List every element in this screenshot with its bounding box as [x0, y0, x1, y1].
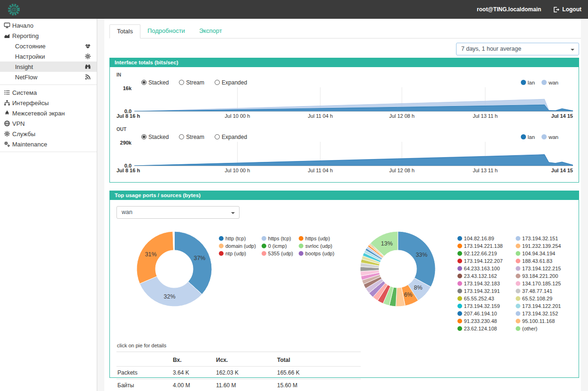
legend-dot	[521, 134, 526, 139]
legend-item[interactable]: 93.184.221.200	[516, 273, 571, 279]
legend-item[interactable]: svrloc (udp)	[299, 243, 334, 249]
legend-item[interactable]: 65.55.252.43	[457, 296, 510, 301]
legend-item[interactable]: 0 (icmp)	[262, 243, 293, 249]
legend-item[interactable]: 173.194.32.152	[516, 311, 571, 316]
legend-item[interactable]: 104.94.34.194	[516, 251, 571, 256]
radio-stacked[interactable]: Stacked	[141, 79, 169, 86]
tab-details[interactable]: Подробности	[140, 24, 192, 38]
sidebar-item-settings[interactable]: Настройки	[0, 51, 97, 61]
pie-slice-104.82.16.89[interactable]	[398, 231, 435, 287]
legend-item[interactable]: 173.194.122.201	[516, 303, 571, 309]
gear-icon	[3, 130, 10, 137]
sidebar-item-health[interactable]: Состояние	[0, 41, 97, 51]
x-axis: Jul 8 16 hJul 10 00 hJul 11 04 hJul 12 0…	[134, 168, 573, 175]
interface-select[interactable]: wan	[116, 206, 240, 219]
ports-pie-chart[interactable]: 37%32%31%	[134, 229, 214, 311]
gears-icon	[3, 141, 10, 147]
legend-dot	[219, 236, 224, 241]
legend-item[interactable]: 173.194.221.138	[457, 243, 510, 249]
legend-item[interactable]: 134.170.185.125	[516, 281, 571, 286]
sidebar-item-reporting[interactable]: Reporting	[0, 31, 97, 41]
period-select[interactable]: 7 days, 1 hour average	[456, 43, 579, 55]
series-legend: lanwan	[521, 134, 558, 140]
legend-item[interactable]: ntp (udp)	[219, 251, 256, 256]
legend-item[interactable]: (other)	[516, 326, 571, 331]
sidebar-item-insight[interactable]: Insight	[0, 61, 97, 72]
legend-item[interactable]: 5355 (udp)	[262, 251, 293, 256]
svg-text:@: @	[11, 6, 16, 13]
sidebar-item-netflow[interactable]: NetFlow	[0, 72, 97, 82]
table-cell: 162.03 K	[215, 367, 276, 379]
pie-hint-text: click on pie for details	[117, 343, 573, 348]
sidebar-item-maintenance[interactable]: Maintenance	[0, 139, 97, 149]
opnsense-logo-icon[interactable]: @	[8, 3, 20, 16]
table-header	[116, 354, 172, 367]
sidebar-divider	[0, 152, 97, 152]
x-tick-label: Jul 10 00 h	[225, 168, 250, 173]
table-cell: Packets	[116, 367, 172, 379]
sources-pie-chart[interactable]: 33%8%6%13%	[358, 229, 438, 311]
sidebar-item-interfaces[interactable]: Интерфейсы	[0, 98, 97, 108]
sidebar-item-vpn[interactable]: VPN	[0, 118, 97, 129]
radio-expanded[interactable]: Expanded	[215, 134, 247, 140]
legend-item[interactable]: 65.52.108.29	[516, 296, 571, 301]
legend-dot	[516, 304, 520, 308]
legend-item[interactable]: 23.62.124.108	[457, 326, 510, 331]
area-chart-plot[interactable]	[134, 87, 573, 112]
sidebar-item-system[interactable]: Система	[0, 87, 97, 98]
legend-item[interactable]: 104.82.16.89	[457, 236, 510, 241]
sidebar-item-home[interactable]: Начало	[0, 20, 97, 31]
sidebar-divider	[0, 84, 97, 85]
legend-item-wan[interactable]: wan	[542, 134, 558, 140]
gear-icon	[85, 53, 91, 60]
tab-totals[interactable]: Totals	[109, 24, 140, 38]
area-chart-plot[interactable]	[134, 142, 573, 166]
legend-item[interactable]: 173.194.32.183	[457, 281, 510, 286]
legend-dot	[542, 134, 547, 139]
legend-item[interactable]: 92.122.66.219	[457, 251, 510, 256]
radio-expanded[interactable]: Expanded	[215, 79, 247, 86]
y-axis: 16k0.0	[116, 87, 134, 112]
radio-stacked[interactable]: Stacked	[141, 134, 169, 140]
legend-dot	[516, 236, 520, 241]
legend-dot	[219, 244, 224, 248]
legend-item[interactable]: 191.232.139.254	[516, 243, 571, 249]
legend-item[interactable]: https (udp)	[299, 236, 334, 241]
legend-item[interactable]: 95.100.11.168	[516, 318, 571, 324]
radio-stream[interactable]: Stream	[179, 79, 204, 86]
legend-item[interactable]: 23.43.132.162	[457, 273, 510, 279]
pie-slice-http (tcp)[interactable]	[174, 231, 212, 294]
series-legend: lanwan	[521, 80, 558, 85]
legend-item-wan[interactable]: wan	[542, 80, 558, 85]
legend-item[interactable]: domain (udp)	[219, 243, 256, 249]
radio-stream[interactable]: Stream	[179, 134, 204, 140]
table-cell: 11.60 M	[215, 379, 276, 391]
legend-item[interactable]: https (tcp)	[262, 236, 293, 241]
table-header: Вх.	[172, 354, 215, 367]
radio-selected-icon	[141, 134, 147, 139]
pie-slice-percentage: 32%	[164, 293, 176, 300]
logout-button[interactable]: Logout	[553, 6, 581, 13]
legend-item[interactable]: 173.194.32.151	[516, 236, 571, 241]
sidebar-item-firewall[interactable]: Межсетевой экран	[0, 108, 97, 118]
pie-slice-percentage: 8%	[414, 284, 422, 291]
legend-item[interactable]: 91.233.230.48	[457, 318, 510, 324]
legend-item[interactable]: 173.194.122.207	[457, 258, 510, 264]
legend-item[interactable]: 173.194.122.215	[516, 266, 571, 271]
legend-item[interactable]: 207.46.194.10	[457, 311, 510, 316]
legend-item-lan[interactable]: lan	[521, 80, 535, 85]
legend-dot	[262, 251, 266, 256]
x-tick-label: Jul 13 11 h	[473, 113, 498, 119]
legend-item-lan[interactable]: lan	[521, 134, 535, 140]
legend-item[interactable]: bootps (udp)	[299, 251, 334, 256]
sidebar-item-services[interactable]: Службы	[0, 129, 97, 139]
legend-item[interactable]: 64.233.163.100	[457, 266, 510, 271]
legend-item[interactable]: 188.43.61.83	[516, 258, 571, 264]
legend-item[interactable]: 173.194.32.159	[457, 303, 510, 309]
legend-item[interactable]: 37.48.77.141	[516, 288, 571, 294]
legend-item[interactable]: http (tcp)	[219, 236, 256, 241]
legend-item[interactable]: 173.194.32.191	[457, 288, 510, 294]
legend-dot	[457, 266, 462, 271]
tab-export[interactable]: Экспорт	[192, 24, 229, 38]
pie-slice-percentage: 37%	[193, 255, 205, 261]
